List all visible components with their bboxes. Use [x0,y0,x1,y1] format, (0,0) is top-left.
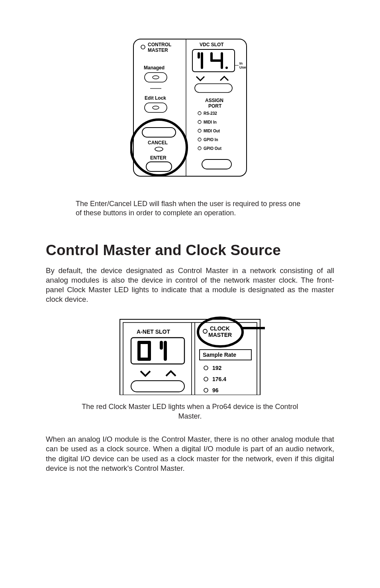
svg-text:CONTROL: CONTROL [148,42,171,47]
svg-text:Sample Rate: Sample Rate [203,352,236,358]
svg-text:MIDI Out: MIDI Out [204,129,220,133]
svg-text:Edit Lock: Edit Lock [145,95,166,101]
figure-1-caption: The Enter/Cancel LED will flash when the… [76,199,304,218]
svg-text:GPIO In: GPIO In [204,138,218,142]
svg-point-38 [198,138,201,141]
svg-point-34 [198,120,201,124]
svg-text:MASTER: MASTER [208,332,232,338]
svg-text:A-NET SLOT: A-NET SLOT [137,328,170,335]
svg-text:96: 96 [212,387,219,393]
svg-text:Managed: Managed [144,65,165,71]
svg-rect-9 [145,103,167,112]
svg-point-63 [204,366,208,370]
svg-text:PORT: PORT [208,103,222,109]
svg-rect-53 [131,381,184,392]
svg-point-10 [153,106,159,109]
svg-text:ENTER: ENTER [150,155,166,161]
svg-text:In: In [239,61,243,65]
svg-point-32 [198,112,201,115]
svg-rect-11 [142,128,176,137]
figure-2-caption: The red Clock Master LED lights when a P… [76,402,304,421]
section-heading: Control Master and Clock Source [46,242,334,259]
svg-text:VDC SLOT: VDC SLOT [200,42,224,47]
figure-clock-master: A-NET SLOT CLOCK MASTER [46,315,334,395]
svg-point-25 [225,67,228,69]
figure-control-panel: CONTROL MASTER Managed Edit Lock CANCEL … [46,36,334,179]
svg-point-65 [204,377,208,381]
svg-text:MASTER: MASTER [148,47,168,53]
svg-rect-29 [195,84,232,92]
svg-point-6 [153,76,159,79]
svg-rect-42 [202,159,231,169]
svg-text:RS-232: RS-232 [204,111,217,116]
svg-point-67 [204,388,208,392]
svg-point-56 [203,329,207,333]
svg-text:ASSIGN: ASSIGN [205,98,223,103]
svg-rect-5 [145,73,167,82]
svg-text:192: 192 [212,365,222,371]
svg-point-1 [141,45,145,49]
svg-text:CANCEL: CANCEL [148,140,168,146]
svg-rect-15 [146,162,172,171]
svg-text:CLOCK: CLOCK [210,325,230,332]
svg-point-40 [198,147,201,150]
svg-text:MIDI In: MIDI In [204,120,217,124]
body-paragraph-1: By default, the device designated as Con… [46,266,334,305]
svg-point-36 [198,129,201,132]
svg-point-13 [155,147,163,151]
svg-text:GPIO Out: GPIO Out [204,146,222,151]
svg-text:176.4: 176.4 [212,376,226,382]
svg-text:Use: Use [239,65,246,69]
body-paragraph-2: When an analog I/O module is the Control… [46,435,334,473]
